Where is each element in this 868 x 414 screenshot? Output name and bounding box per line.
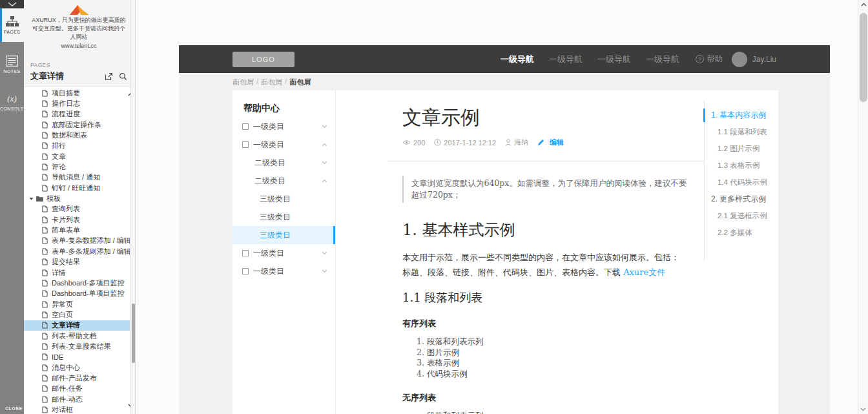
- close-sidebar-button[interactable]: CLOSE: [5, 406, 23, 411]
- tree-row[interactable]: 底部固定操作条: [24, 119, 130, 130]
- tree-row[interactable]: 列表-文章搜索结果: [24, 341, 130, 351]
- category-item[interactable]: 二级类目: [232, 154, 335, 172]
- tree-row[interactable]: 异常页: [24, 299, 130, 309]
- tree-row[interactable]: Dashboard-单项目监控: [24, 289, 130, 299]
- toc-item[interactable]: 1.2 图片示例: [705, 140, 778, 157]
- scrollbar-up-icon[interactable]: [860, 3, 867, 6]
- browser-scrollbar[interactable]: [858, 0, 868, 414]
- tree-row[interactable]: 提交结果: [24, 257, 130, 267]
- breadcrumb-link[interactable]: 面包屑: [232, 78, 254, 87]
- tree-row[interactable]: 排行: [24, 141, 130, 151]
- tree-row[interactable]: 项目摘要: [24, 88, 130, 98]
- tree-row[interactable]: 消息中心: [24, 362, 130, 373]
- tree-row[interactable]: 邮件-任务: [24, 384, 130, 394]
- tree-row[interactable]: 详情: [24, 267, 130, 278]
- collapse-sidebar-button[interactable]: [0, 0, 24, 8]
- tree-row[interactable]: 评论: [24, 161, 130, 172]
- tree-row[interactable]: 表单-复杂数据添加 / 编辑: [24, 236, 130, 246]
- category-item[interactable]: 三级类目: [232, 208, 335, 226]
- logo-placeholder[interactable]: LOGO: [232, 52, 294, 67]
- tree-row[interactable]: 操作日志: [24, 98, 130, 109]
- pages-label: PAGES: [30, 62, 64, 68]
- breadcrumb-item: 面包屑 /: [261, 78, 289, 87]
- promo-url[interactable]: www.telent.cc: [28, 43, 130, 49]
- help-icon[interactable]: ?: [696, 55, 704, 63]
- chevron-down-icon[interactable]: [322, 143, 327, 147]
- tree-row[interactable]: 简单表单: [24, 225, 130, 235]
- ordered-list-item: 4. 代码块示例: [417, 369, 704, 380]
- tree-row[interactable]: 钉钉 / 旺旺通知: [24, 183, 130, 193]
- help-link[interactable]: 帮助: [707, 54, 723, 65]
- toc-item[interactable]: 1.3 表格示例: [705, 157, 778, 174]
- tree-row[interactable]: 邮件-产品发布: [24, 373, 130, 383]
- tree-row[interactable]: 文章详情: [24, 320, 130, 331]
- tree-row-label: 流程进度: [52, 109, 80, 119]
- locate-page-icon[interactable]: [119, 72, 127, 81]
- tab-notes[interactable]: NOTES: [0, 49, 24, 80]
- breadcrumb-link[interactable]: 面包屑: [289, 78, 311, 87]
- bullet-icon: •: [417, 411, 427, 414]
- tree-row[interactable]: Dashboard-多项目监控: [24, 278, 130, 288]
- tree-row-label: 文章: [52, 152, 66, 161]
- tree-row[interactable]: 对话框: [24, 404, 130, 414]
- tree-row[interactable]: 表单-多条规则添加 / 编辑: [24, 246, 130, 256]
- tree-row[interactable]: IDE: [24, 352, 130, 362]
- category-item[interactable]: 一级类目: [232, 262, 335, 280]
- category-item[interactable]: 一级类目: [232, 244, 335, 262]
- nav-item[interactable]: 一级导航: [549, 54, 583, 65]
- chevron-down-icon[interactable]: [322, 269, 327, 273]
- tab-console[interactable]: (x) CONSOLE: [0, 87, 24, 118]
- category-item[interactable]: 一级类目: [232, 118, 335, 136]
- category-placeholder-icon: [242, 141, 249, 148]
- folder-caret-icon[interactable]: [29, 197, 34, 201]
- toc-item[interactable]: 1.1 段落和列表: [705, 123, 778, 140]
- toc-item[interactable]: 2.1 复选框示例: [705, 207, 778, 224]
- axure-file-link[interactable]: Axure文件: [623, 267, 665, 277]
- chevron-down-icon[interactable]: [322, 161, 327, 165]
- chevron-down-icon[interactable]: [322, 251, 327, 255]
- tree-row[interactable]: 邮件-动态: [24, 394, 130, 404]
- breadcrumb-link[interactable]: 面包屑: [261, 78, 282, 87]
- breadcrumb: 面包屑 / 面包屑 / 面包屑 /: [232, 78, 311, 87]
- nav-item[interactable]: 一级导航: [597, 54, 631, 65]
- scrollbar-down-icon[interactable]: [860, 408, 867, 411]
- tree-row[interactable]: 空白页: [24, 309, 130, 320]
- tree-scrollbar-thumb[interactable]: [132, 304, 135, 363]
- tree-row[interactable]: 卡片列表: [24, 214, 130, 225]
- category-item[interactable]: 三级类目: [232, 226, 335, 244]
- category-item[interactable]: 三级类目: [232, 190, 335, 208]
- open-new-window-icon[interactable]: [105, 72, 113, 81]
- tree-row[interactable]: 数据和图表: [24, 130, 130, 140]
- tab-pages[interactable]: PAGES: [0, 8, 24, 42]
- chevron-down-icon[interactable]: [322, 179, 327, 183]
- category-item[interactable]: 一级类目: [232, 136, 335, 154]
- scrollbar-thumb[interactable]: [860, 13, 867, 102]
- category-item[interactable]: 二级类目: [232, 172, 335, 190]
- tree-row[interactable]: 列表-帮助文档: [24, 331, 130, 341]
- author-name: 海纳: [514, 138, 528, 147]
- edit-link[interactable]: 编辑: [550, 138, 564, 147]
- user-name[interactable]: Jay.Liu: [752, 55, 776, 64]
- page-icon: [42, 269, 48, 276]
- avatar[interactable]: [732, 52, 747, 67]
- toc-item[interactable]: 1.4 代码块示例: [705, 174, 778, 191]
- notes-icon: [6, 56, 18, 67]
- tree-row-label: 评论: [52, 162, 66, 172]
- toc-item[interactable]: 1. 基本内容示例: [705, 107, 778, 123]
- nav-item[interactable]: 一级导航: [646, 54, 679, 65]
- page-icon: [42, 301, 48, 308]
- tree-row[interactable]: 导航消息 / 通知: [24, 172, 130, 183]
- tree-row-label: 表单-复杂数据添加 / 编辑: [52, 236, 130, 245]
- toc-item[interactable]: 2.2 多媒体: [705, 224, 778, 241]
- nav-item[interactable]: 一级导航: [501, 54, 534, 65]
- page-icon: [42, 322, 48, 329]
- tree-row[interactable]: 模板: [24, 193, 130, 203]
- tree-scrollbar-track[interactable]: [130, 0, 135, 414]
- section-heading-1-1: 1.1 段落和列表: [402, 290, 704, 305]
- tree-row[interactable]: 流程进度: [24, 109, 130, 119]
- tree-row[interactable]: 查询列表: [24, 204, 130, 214]
- tree-row[interactable]: 文章: [24, 151, 130, 161]
- toc-item[interactable]: 2. 更多样式示例: [705, 191, 778, 207]
- chevron-down-icon[interactable]: [322, 125, 327, 129]
- section-heading-1: 1. 基本样式示例: [402, 220, 704, 240]
